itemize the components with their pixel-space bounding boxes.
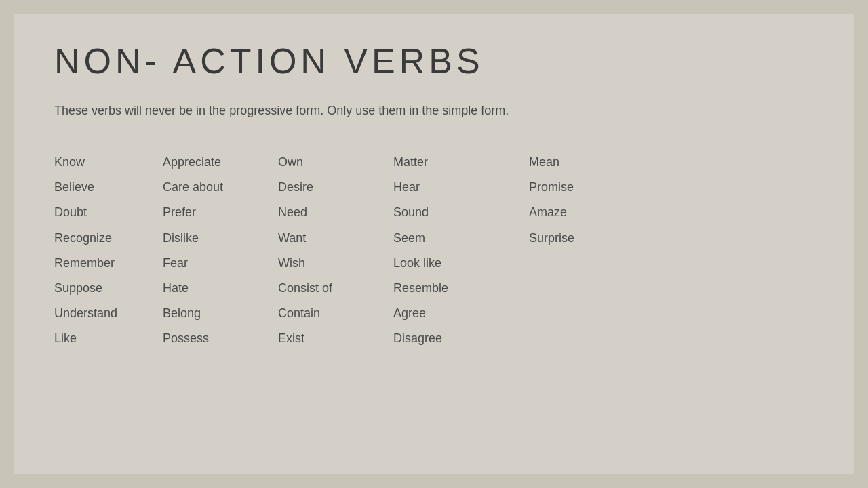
verb-item: Doubt — [54, 204, 163, 221]
verb-item: Prefer — [163, 204, 278, 221]
verb-item: Believe — [54, 179, 163, 196]
verb-item: Want — [278, 230, 393, 247]
verb-item: Fear — [163, 255, 278, 272]
verb-item: Need — [278, 204, 393, 221]
verb-item: Know — [54, 154, 163, 171]
verb-item: Suppose — [54, 280, 163, 297]
verb-item: Seem — [393, 230, 529, 247]
verb-item: Dislike — [163, 230, 278, 247]
verb-item: Exist — [278, 330, 393, 347]
verb-item: Understand — [54, 305, 163, 322]
verb-item: Agree — [393, 305, 529, 322]
verb-grid: KnowBelieveDoubtRecognizeRememberSuppose… — [54, 154, 814, 348]
verb-item: Consist of — [278, 280, 393, 297]
verb-item: Remember — [54, 255, 163, 272]
verb-item: Amaze — [529, 204, 637, 221]
verb-item: Look like — [393, 255, 529, 272]
slide: NON- ACTION VERBS These verbs will never… — [14, 14, 854, 474]
verb-column-5: MeanPromiseAmazeSurprise — [529, 154, 637, 348]
verb-column-4: MatterHearSoundSeemLook likeResembleAgre… — [393, 154, 529, 348]
verb-item: Promise — [529, 179, 637, 196]
verb-item: Like — [54, 330, 163, 347]
verb-column-2: AppreciateCare aboutPreferDislikeFearHat… — [163, 154, 278, 348]
verb-item: Belong — [163, 305, 278, 322]
verb-column-3: OwnDesireNeedWantWishConsist ofContainEx… — [278, 154, 393, 348]
verb-item: Mean — [529, 154, 637, 171]
page-title: NON- ACTION VERBS — [54, 41, 814, 81]
verb-item: Resemble — [393, 280, 529, 297]
verb-item: Wish — [278, 255, 393, 272]
verb-item: Contain — [278, 305, 393, 322]
verb-item: Care about — [163, 179, 278, 196]
verb-item: Disagree — [393, 330, 529, 347]
verb-item: Possess — [163, 330, 278, 347]
verb-item: Hear — [393, 179, 529, 196]
verb-item: Hate — [163, 280, 278, 297]
verb-item: Matter — [393, 154, 529, 171]
verb-item: Desire — [278, 179, 393, 196]
subtitle-text: These verbs will never be in the progres… — [54, 102, 529, 120]
verb-item: Appreciate — [163, 154, 278, 171]
verb-item: Recognize — [54, 230, 163, 247]
verb-item: Sound — [393, 204, 529, 221]
verb-item: Own — [278, 154, 393, 171]
verb-column-1: KnowBelieveDoubtRecognizeRememberSuppose… — [54, 154, 163, 348]
verb-item: Surprise — [529, 230, 637, 247]
